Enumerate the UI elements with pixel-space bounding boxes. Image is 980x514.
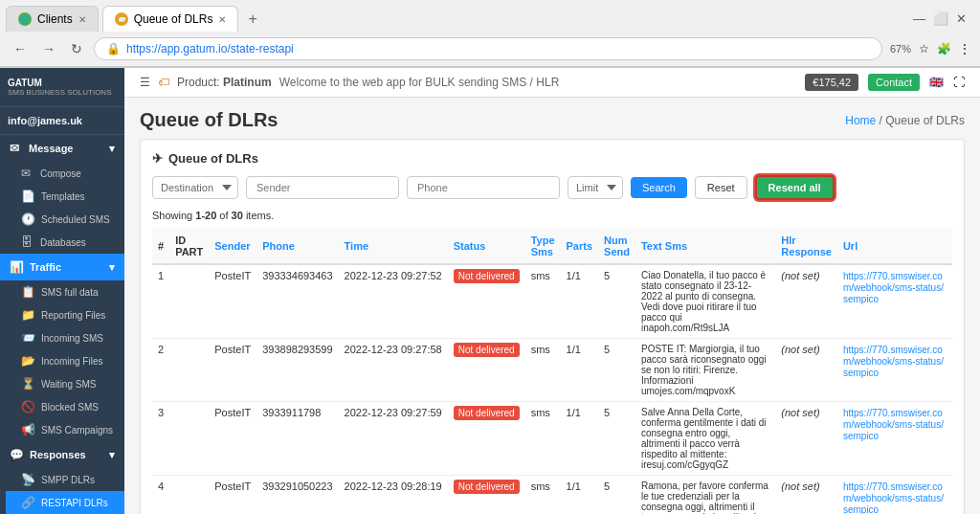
- cell-time: 2022-12-23 09:27:59: [339, 402, 448, 476]
- tab-clients[interactable]: 🌐 Clients ✕: [6, 6, 99, 32]
- sidebar-section-responses[interactable]: 💬 Responses ▾: [0, 441, 124, 468]
- dlrs-favicon: 📨: [115, 12, 128, 26]
- hamburger-icon[interactable]: ☰: [140, 76, 150, 89]
- limit-select[interactable]: Limit: [568, 176, 623, 199]
- contact-badge[interactable]: Contact: [868, 74, 920, 91]
- status-badge: Not delivered: [454, 269, 520, 283]
- sidebar-item-databases[interactable]: 🗄 Databases: [6, 231, 124, 254]
- url-link[interactable]: https://770.smswiser.com/webhook/sms-sta…: [843, 481, 944, 514]
- col-text-sms: Text Sms: [635, 229, 775, 264]
- top-bar-right: €175,42 Contact 🇬🇧 ⛶: [805, 74, 965, 91]
- col-num-send: NumSend: [598, 229, 635, 264]
- cell-parts: 1/1: [561, 264, 599, 339]
- cell-hlr-response: (not set): [775, 264, 837, 339]
- tab-dlrs[interactable]: 📨 Queue of DLRs ✕: [102, 6, 239, 32]
- sidebar-item-blocked-sms[interactable]: 🚫 Blocked SMS: [6, 395, 124, 418]
- dlr-section: ✈ Queue of DLRs Destination Limit Search…: [140, 139, 965, 514]
- top-bar-left: ☰ 🏷 Product: Platinum Welcome to the web…: [140, 76, 559, 89]
- cell-time: 2022-12-23 09:27:52: [339, 264, 448, 339]
- cell-phone: 3933911798: [256, 402, 338, 476]
- sidebar-item-sms-full-data[interactable]: 📋 SMS full data: [6, 280, 124, 303]
- sidebar-section-traffic[interactable]: 📊 Traffic ▾: [0, 254, 124, 280]
- menu-icon[interactable]: ⋮: [959, 42, 970, 56]
- restapi-dlrs-icon: 🔗: [21, 496, 35, 509]
- url-link[interactable]: https://770.smswiser.com/webhook/sms-sta…: [843, 271, 944, 304]
- cell-time: 2022-12-23 09:27:58: [339, 339, 448, 402]
- templates-label: Templates: [41, 191, 85, 202]
- tab-clients-close[interactable]: ✕: [78, 14, 86, 25]
- cell-sender: PosteIT: [209, 339, 256, 402]
- sidebar-item-templates[interactable]: 📄 Templates: [6, 185, 124, 208]
- sidebar-item-smpp-dlrs[interactable]: 📡 SMPP DLRs: [6, 468, 124, 491]
- cell-status: Not delivered: [448, 339, 525, 402]
- minimize-button[interactable]: —: [913, 11, 925, 26]
- sidebar-item-reporting-files[interactable]: 📁 Reporting Files: [6, 303, 124, 326]
- showing-text: Showing 1-20 of 30 items.: [152, 210, 952, 221]
- sidebar-item-compose[interactable]: ✉ Compose: [6, 162, 124, 185]
- showing-label: Showing: [152, 210, 192, 221]
- cell-num: 3: [152, 402, 169, 476]
- scheduled-label: Scheduled SMS: [41, 214, 110, 225]
- sidebar-item-sms-campaigns[interactable]: 📢 SMS Campaigns: [6, 418, 124, 441]
- browser-chrome: 🌐 Clients ✕ 📨 Queue of DLRs ✕ + — ⬜ ✕ ← …: [0, 0, 980, 68]
- table-row: 2 PosteIT 393898293599 2022-12-23 09:27:…: [152, 339, 952, 402]
- sender-input[interactable]: [246, 176, 399, 199]
- search-button[interactable]: Search: [631, 177, 687, 198]
- maximize-button[interactable]: ⬜: [933, 11, 948, 26]
- cell-url[interactable]: https://770.smswiser.com/webhook/sms-sta…: [837, 264, 952, 339]
- expand-icon[interactable]: ⛶: [953, 76, 965, 89]
- url-link[interactable]: https://770.smswiser.com/webhook/sms-sta…: [843, 408, 944, 441]
- destination-select[interactable]: Destination: [152, 176, 238, 199]
- breadcrumb: Home / Queue of DLRs: [845, 114, 965, 127]
- phone-input[interactable]: [407, 176, 560, 199]
- lock-icon: 🔒: [106, 42, 121, 56]
- sidebar: GATUM SMS BUSINESS SOLUTIONS info@james.…: [0, 68, 124, 514]
- col-time: Time: [339, 229, 448, 264]
- cell-sender: PosteIT: [209, 402, 256, 476]
- cell-url[interactable]: https://770.smswiser.com/webhook/sms-sta…: [837, 476, 952, 515]
- star-icon[interactable]: ☆: [919, 42, 929, 56]
- cell-num-send: 5: [598, 476, 635, 515]
- col-type-sms: TypeSms: [525, 229, 561, 264]
- sidebar-item-scheduled-sms[interactable]: 🕐 Scheduled SMS: [6, 208, 124, 231]
- url-link[interactable]: https://770.smswiser.com/webhook/sms-sta…: [843, 345, 944, 378]
- message-chevron-icon: ▾: [109, 143, 115, 155]
- reporting-files-icon: 📁: [21, 308, 35, 322]
- sidebar-item-waiting-sms[interactable]: ⏳ Waiting SMS: [6, 372, 124, 395]
- incoming-sms-icon: 📨: [21, 331, 35, 345]
- sidebar-section-message[interactable]: ✉ Message ▾: [0, 135, 124, 162]
- sidebar-logo: GATUM SMS BUSINESS SOLUTIONS: [0, 68, 124, 107]
- cell-id-part: [169, 402, 209, 476]
- table-row: 4 PosteIT 393291050223 2022-12-23 09:28:…: [152, 476, 952, 515]
- sidebar-item-incoming-files[interactable]: 📂 Incoming Files: [6, 349, 124, 372]
- close-window-button[interactable]: ✕: [956, 11, 967, 26]
- tab-dlrs-close[interactable]: ✕: [218, 14, 226, 25]
- cell-status: Not delivered: [448, 476, 525, 515]
- reload-button[interactable]: ↻: [67, 39, 86, 58]
- product-label: 🏷: [158, 76, 169, 89]
- breadcrumb-home[interactable]: Home: [845, 114, 876, 127]
- cell-num-send: 5: [598, 339, 635, 402]
- cell-id-part: [169, 476, 209, 515]
- cell-url[interactable]: https://770.smswiser.com/webhook/sms-sta…: [837, 402, 952, 476]
- cell-url[interactable]: https://770.smswiser.com/webhook/sms-sta…: [837, 339, 952, 402]
- sidebar-item-restapi-dlrs[interactable]: 🔗 RESTAPI DLRs: [6, 491, 124, 514]
- reset-button[interactable]: Reset: [695, 176, 747, 199]
- page-title: Queue of DLRs: [140, 109, 278, 131]
- tab-dlrs-label: Queue of DLRs: [134, 12, 213, 26]
- cell-phone: 393334693463: [256, 264, 338, 339]
- cell-status: Not delivered: [448, 264, 525, 339]
- extensions-icon[interactable]: 🧩: [937, 42, 951, 56]
- product-text: Product: Platinum: [177, 76, 272, 89]
- url-bar[interactable]: 🔒 https://app.gatum.io/state-restapi: [94, 37, 882, 60]
- new-tab-button[interactable]: +: [242, 11, 262, 28]
- main-content: Queue of DLRs Home / Queue of DLRs ✈ Que…: [124, 98, 980, 514]
- forward-button[interactable]: →: [38, 39, 59, 58]
- col-hash: #: [152, 229, 169, 264]
- resend-all-button[interactable]: Resend all: [755, 175, 835, 200]
- back-button[interactable]: ←: [10, 39, 31, 58]
- scheduled-icon: 🕐: [21, 212, 35, 226]
- cell-num: 2: [152, 339, 169, 402]
- sms-full-data-icon: 📋: [21, 285, 35, 299]
- sidebar-item-incoming-sms[interactable]: 📨 Incoming SMS: [6, 326, 124, 349]
